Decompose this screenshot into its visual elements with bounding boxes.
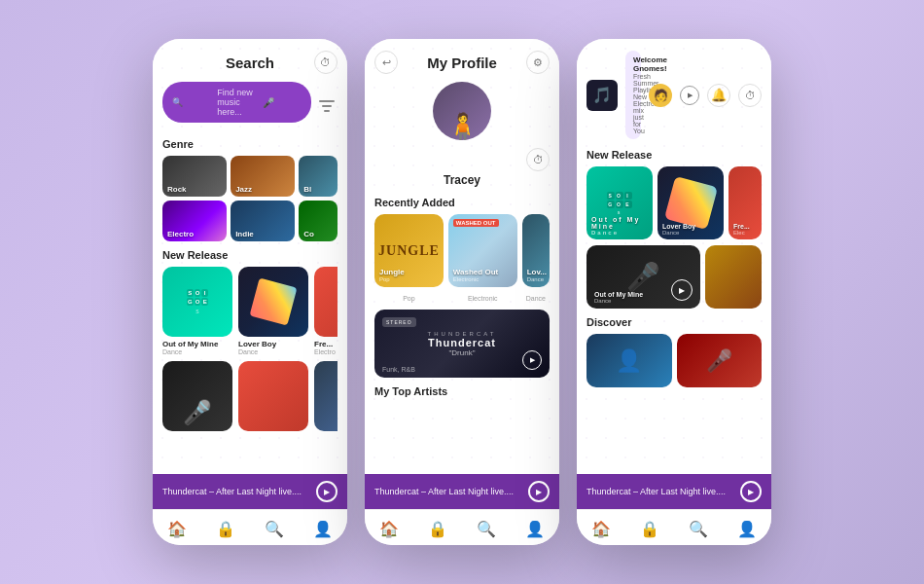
svg-rect-2 [324,110,330,112]
rec-washed-out[interactable]: WASHED OUT Washed Out Electronic [448,214,517,287]
disc-album-1[interactable]: 👤 [586,334,672,387]
genre-electro[interactable]: Electro [162,201,227,241]
genre-jazz[interactable]: Jazz [231,156,295,197]
genre-indie[interactable]: Indie [231,201,295,241]
nr-album-soi[interactable]: S O I G O E S Out of My Mine Dance [586,166,653,239]
genre-bl[interactable]: Bl [299,156,338,197]
album-fre[interactable]: Fre... Electro [314,267,338,355]
recently-added-label: Recently Added [374,197,550,208]
jungle-genre: Pop [374,295,444,302]
profile-title: My Profile [427,55,497,71]
phone-profile: ↩ My Profile ⚙ 🧍 ⏱ Tracey Recently Added [365,39,559,545]
mic-icon[interactable]: 🎤 [263,97,302,108]
nav-home[interactable]: 🏠 [166,518,188,539]
svg-rect-1 [322,105,332,107]
nav-library[interactable]: 🔒 [215,518,236,539]
lov-genre: Dance [522,295,550,302]
nav-search-2[interactable]: 🔍 [476,518,497,539]
rec-lov[interactable]: Lov... Dance [522,214,550,287]
profile-avatar-wrap: 🧍 [374,82,550,140]
profile-name: Tracey [374,173,550,187]
search-header: Search ⏱ [162,51,338,74]
nav-profile-3[interactable]: 👤 [736,518,758,539]
disc-album-2[interactable]: 🎤 [677,334,763,387]
thundercat-album: "Drunk" [428,348,497,357]
play-button[interactable]: ▶ [316,481,338,502]
stereo-badge: STEREO [382,317,416,327]
bottom-nav: 🏠 🔒 🔍 👤 [153,509,347,545]
new-release-row: SOI GOE S Out of My Mine Dance Lover Boy… [162,267,338,355]
bottom-nav-3: 🏠 🔒 🔍 👤 [577,509,771,545]
now-playing-text-3: Thundercat – After Last Night live.... [586,487,740,496]
new-release-grid-3: S O I G O E S Out of My Mine Dance [586,166,762,239]
profile-header: ↩ My Profile ⚙ [374,51,550,74]
now-playing-text-2: Thundercat – After Last Night live.... [374,487,528,496]
recently-added-grid: JUNGLE Jungle Pop WASHED OUT Washed Out … [374,214,550,287]
history-icon-2[interactable]: ⏱ [526,148,550,171]
album-dark2[interactable] [238,361,308,434]
notification-content[interactable]: Welcome Gnomes! Fresh Summer Playlist Ne… [625,51,641,139]
discover-label: Discover [586,316,762,328]
notif-play[interactable]: ▶ [680,86,699,105]
history-icon-3[interactable]: ⏱ [738,84,762,107]
search-icon: 🔍 [172,97,211,107]
nav-home-3[interactable]: 🏠 [590,518,612,539]
thundercat-genre: Funk, R&B [382,366,415,373]
dark-albums-row [162,361,338,434]
genre-co[interactable]: Co [299,201,338,241]
settings-icon[interactable]: ⚙ [526,51,550,74]
washed-genre: Electronic [448,295,517,302]
search-placeholder: Find new music here... [217,88,256,117]
notification-bar: 🎵 Welcome Gnomes! Fresh Summer Playlist … [586,51,762,139]
thundercat-play[interactable]: ▶ [522,350,542,370]
nav-library-2[interactable]: 🔒 [427,518,448,539]
bottom-nav-2: 🏠 🔒 🔍 👤 [365,509,559,545]
album-dark3[interactable] [314,361,338,434]
genre-label: Genre [162,138,338,150]
genre-grid: Rock Jazz Bl Electro Indie Co [162,156,338,241]
genre-rock[interactable]: Rock [162,156,227,197]
album-lover-boy[interactable]: Lover Boy Dance [238,267,308,355]
nr-album-fre[interactable]: Fre... Elec [729,166,762,239]
discover-grid: 👤 🎤 [586,334,762,387]
phone-home: 🎵 Welcome Gnomes! Fresh Summer Playlist … [577,39,771,545]
history-icon[interactable]: ⏱ [314,51,338,74]
dark-release-row: 🎤 ▶ Out of My Mine Dance [586,245,762,309]
new-release-label-3: New Release [586,149,762,161]
phone-search: Search ⏱ 🔍 Find new music here... 🎤 [153,39,347,545]
new-release-label: New Release [162,249,338,261]
now-playing-bar-2[interactable]: Thundercat – After Last Night live.... ▶ [365,474,559,509]
thundercat-name: Thundercat [428,337,497,348]
search-title: Search [226,55,274,71]
nav-search-3[interactable]: 🔍 [688,518,709,539]
dark-play[interactable]: ▶ [671,279,693,301]
play-button-3[interactable]: ▶ [740,481,762,502]
nav-profile-2[interactable]: 👤 [524,518,546,539]
filter-button[interactable] [316,95,338,117]
nr-album-lover[interactable]: Lover Boy Dance [657,166,724,239]
top-artists-label: My Top Artists [374,385,550,397]
notif-avatar: 🧑 [649,84,672,107]
thundercat-card[interactable]: STEREO THUNDERCAT Thundercat "Drunk" ▶ F… [374,310,550,378]
rec-jungle[interactable]: JUNGLE Jungle Pop [374,214,444,287]
now-playing-bar-3[interactable]: Thundercat – After Last Night live.... ▶ [577,474,771,509]
svg-rect-0 [319,100,335,102]
nav-profile[interactable]: 👤 [312,518,334,539]
album-out-of-my-mine[interactable]: SOI GOE S Out of My Mine Dance [162,267,232,355]
app-logo: 🎵 [586,80,618,111]
dark-album-2[interactable] [705,245,762,309]
search-bar[interactable]: 🔍 Find new music here... 🎤 [162,82,311,123]
dark-album-1[interactable]: 🎤 ▶ Out of My Mine Dance [586,245,700,309]
now-playing-bar[interactable]: Thundercat – After Last Night live.... ▶ [153,474,347,509]
nav-home-2[interactable]: 🏠 [378,518,400,539]
profile-avatar[interactable]: 🧍 [433,82,491,140]
nav-search[interactable]: 🔍 [264,518,285,539]
nav-library-3[interactable]: 🔒 [639,518,660,539]
play-button-2[interactable]: ▶ [528,481,550,502]
album-dark1[interactable] [162,361,232,434]
now-playing-text: Thundercat – After Last Night live.... [162,487,316,496]
bell-icon[interactable]: 🔔 [707,84,730,107]
back-icon[interactable]: ↩ [374,51,398,74]
